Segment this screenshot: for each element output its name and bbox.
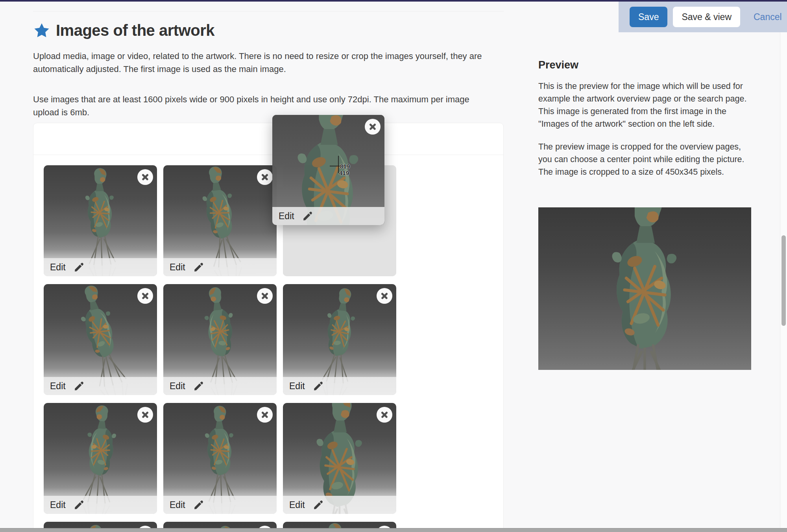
edit-button[interactable]: Edit (283, 377, 396, 395)
edit-button-label: Edit (279, 211, 294, 222)
drag-coordinate-y: 419 (339, 170, 349, 176)
artwork-image-1[interactable]: Edit (44, 165, 157, 276)
edit-button[interactable]: Edit (44, 258, 157, 276)
close-icon (365, 119, 381, 135)
close-icon (257, 169, 273, 185)
crosshair-vertical-line (338, 156, 339, 173)
save-button[interactable]: Save (630, 7, 667, 27)
edit-button[interactable]: Edit (163, 377, 277, 395)
page-title: Images of the artwork (56, 22, 214, 39)
edit-button-label: Edit (170, 262, 185, 273)
pencil-icon (74, 499, 85, 510)
pencil-icon (74, 262, 85, 273)
window-top-accent (0, 0, 787, 2)
images-panel-header (33, 123, 503, 155)
close-icon (137, 407, 153, 423)
remove-image-button[interactable] (365, 119, 381, 135)
edit-button-label: Edit (50, 262, 66, 273)
images-panel: EditEditEditEditEditEditEditEditEditEdit… (33, 123, 504, 532)
star-icon (33, 22, 50, 39)
drag-crosshair-cursor: 819 419 (330, 156, 350, 176)
vertical-scrollbar-thumb[interactable] (781, 235, 786, 326)
drag-coordinate-x: 819 (340, 163, 350, 170)
remove-image-button[interactable] (257, 288, 273, 304)
artwork-image-4[interactable]: Edit (44, 284, 157, 395)
remove-image-button[interactable] (377, 407, 392, 423)
preview-paragraph-2: The preview image is cropped for the ove… (538, 140, 753, 178)
section-description-1: Upload media, image or video, related to… (33, 50, 496, 76)
pencil-icon (193, 381, 204, 392)
preview-paragraph-1: This is the preview for the image which … (538, 80, 753, 130)
edit-button[interactable]: Edit (44, 377, 157, 395)
remove-image-button[interactable] (137, 407, 153, 423)
close-icon (257, 288, 273, 304)
artwork-image-8[interactable]: Edit (163, 403, 277, 514)
remove-image-button[interactable] (257, 169, 273, 185)
artwork-image-6[interactable]: Edit (283, 284, 396, 395)
close-icon (137, 288, 153, 304)
artwork-image-2[interactable]: Edit (163, 165, 277, 276)
pencil-icon (313, 381, 324, 392)
save-toolbar: Save Save & view Cancel (619, 2, 787, 32)
edit-button[interactable]: Edit (44, 496, 157, 514)
edit-button[interactable]: Edit (272, 207, 384, 225)
preview-title: Preview (538, 59, 753, 71)
edit-button-label: Edit (50, 500, 66, 510)
edit-button-label: Edit (50, 381, 66, 392)
edit-button-label: Edit (170, 500, 185, 510)
remove-image-button[interactable] (137, 169, 153, 185)
pencil-icon (193, 262, 204, 273)
pencil-icon (313, 499, 324, 510)
artwork-image-5[interactable]: Edit (163, 284, 277, 395)
edit-button-label: Edit (289, 381, 305, 392)
dragged-image-card[interactable]: Edit (272, 115, 384, 225)
remove-image-button[interactable] (377, 288, 392, 304)
bottom-window-edge (0, 528, 787, 532)
close-icon (377, 407, 392, 423)
close-icon (137, 169, 153, 185)
edit-button[interactable]: Edit (163, 496, 277, 514)
edit-button[interactable]: Edit (163, 258, 277, 276)
section-description-2: Use images that are at least 1600 pixels… (33, 93, 496, 119)
pencil-icon (302, 211, 313, 222)
edit-button-label: Edit (170, 381, 185, 392)
cancel-button[interactable]: Cancel (751, 11, 784, 23)
remove-image-button[interactable] (257, 407, 273, 423)
close-icon (377, 288, 392, 304)
edit-button[interactable]: Edit (283, 496, 396, 514)
artwork-image-7[interactable]: Edit (44, 403, 157, 514)
preview-image (538, 207, 751, 370)
pencil-icon (74, 381, 85, 392)
remove-image-button[interactable] (137, 288, 153, 304)
artwork-image-9[interactable]: Edit (283, 403, 396, 514)
preview-pane: Preview This is the preview for the imag… (538, 59, 753, 188)
section-divider (33, 11, 504, 11)
pencil-icon (193, 499, 204, 510)
close-icon (257, 407, 273, 423)
edit-button-label: Edit (289, 500, 305, 510)
save-and-view-button[interactable]: Save & view (673, 7, 740, 27)
